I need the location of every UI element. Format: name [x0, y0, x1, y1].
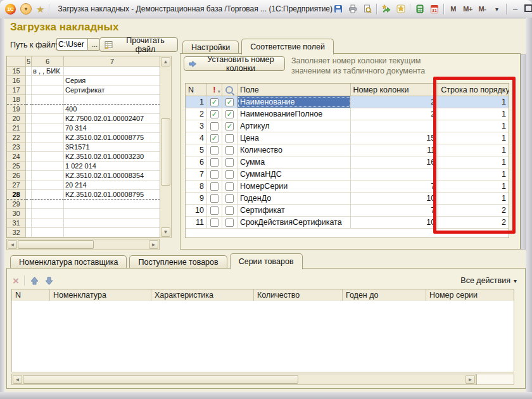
- mapping-cell-search[interactable]: [222, 217, 238, 228]
- series-header-4[interactable]: Годен до: [343, 289, 426, 301]
- delete-row-icon[interactable]: ×: [13, 276, 19, 286]
- sheet-row-header[interactable]: 25: [7, 162, 26, 171]
- sheet-cell[interactable]: 20 214: [64, 180, 160, 190]
- mapping-cell-search[interactable]: ✓: [222, 96, 238, 108]
- sheet-cell[interactable]: [64, 200, 160, 209]
- scrollbar-thumb[interactable]: [18, 240, 94, 249]
- series-header-2[interactable]: Характеристика: [151, 289, 254, 301]
- sheet-row[interactable]: 16Серия: [7, 76, 160, 86]
- series-horizontal-scrollbar[interactable]: ◄ ►: [11, 374, 476, 385]
- set-column-number-button[interactable]: Установить номер колонки: [184, 56, 285, 71]
- scroll-left-icon[interactable]: ◄: [13, 375, 22, 384]
- tab-field-mapping[interactable]: Соответствие полей: [241, 39, 334, 54]
- checkbox-unchecked[interactable]: [210, 218, 218, 227]
- scroll-right-icon[interactable]: ►: [149, 240, 158, 249]
- scroll-left-icon[interactable]: ◄: [8, 240, 17, 249]
- mapping-header-required[interactable]: !▼: [207, 84, 222, 96]
- sheet-row-header[interactable]: 27: [7, 180, 26, 190]
- mapping-cell-column-number[interactable]: 7: [351, 180, 439, 192]
- read-file-button[interactable]: Прочитать файл: [99, 37, 178, 52]
- sheet-row[interactable]: 15в , , БИК: [7, 66, 160, 76]
- sheet-cell[interactable]: [32, 133, 64, 142]
- checkbox-unchecked[interactable]: [225, 206, 234, 215]
- sheet-cell[interactable]: [26, 200, 32, 209]
- mapping-cell-field[interactable]: Сумма: [238, 156, 351, 168]
- sheet-cell[interactable]: 400: [64, 104, 160, 114]
- mapping-cell-search[interactable]: [222, 144, 238, 156]
- move-down-icon[interactable]: [44, 276, 54, 286]
- browse-button[interactable]: ...: [87, 38, 100, 51]
- tab-goods-series[interactable]: Серии товаров: [230, 253, 303, 269]
- mapping-cell-required[interactable]: [207, 120, 222, 132]
- scroll-down-icon[interactable]: ▼: [161, 227, 170, 237]
- mapping-cell-required[interactable]: [207, 205, 222, 216]
- checkbox-unchecked[interactable]: [225, 218, 234, 227]
- add-favorite-icon[interactable]: [395, 4, 406, 15]
- sheet-row-header[interactable]: 15: [7, 66, 26, 76]
- checkbox-unchecked[interactable]: [210, 146, 218, 155]
- series-header-3[interactable]: Количество: [254, 289, 343, 301]
- sheet-row[interactable]: 24KZ.3510.02.01.00003230: [7, 152, 160, 162]
- checkbox-checked[interactable]: ✓: [225, 98, 234, 106]
- sheet-row-header[interactable]: 32: [7, 228, 26, 238]
- sheet-column-header[interactable]: 7: [64, 56, 160, 66]
- sheet-row[interactable]: 30: [7, 209, 160, 218]
- sheet-column-header[interactable]: 5: [26, 56, 32, 66]
- sheet-cell[interactable]: [32, 104, 64, 114]
- sheet-cell[interactable]: [32, 228, 64, 238]
- mapping-cell-search[interactable]: [222, 156, 238, 168]
- sheet-row[interactable]: 28KZ.3510.02.01.00008795: [7, 190, 160, 200]
- mapping-cell-field[interactable]: Артикул: [238, 120, 351, 132]
- mapping-cell-column-number[interactable]: 11: [351, 144, 439, 156]
- mapping-cell-field[interactable]: Количество: [238, 144, 351, 156]
- print-icon[interactable]: [347, 4, 358, 15]
- sheet-row[interactable]: 19400: [7, 104, 160, 114]
- sheet-row[interactable]: 2720 214: [7, 180, 160, 190]
- mapping-cell-search[interactable]: [222, 180, 238, 192]
- sheet-cell[interactable]: [64, 228, 160, 238]
- mapping-header-search[interactable]: [222, 84, 238, 96]
- checkbox-unchecked[interactable]: [225, 182, 234, 191]
- sheet-cell[interactable]: [64, 218, 160, 228]
- sheet-cell[interactable]: [26, 142, 32, 152]
- checkbox-unchecked[interactable]: [210, 122, 218, 130]
- sheet-cell[interactable]: [32, 209, 64, 218]
- mapping-cell-field[interactable]: СуммаНДС: [238, 168, 351, 180]
- checkbox-unchecked[interactable]: [210, 194, 218, 203]
- sheet-cell[interactable]: 1 022 014: [64, 162, 160, 171]
- sheet-row[interactable]: 32: [7, 228, 160, 238]
- sheet-vertical-scrollbar[interactable]: ▲ ▼: [160, 56, 172, 238]
- sheet-cell[interactable]: KZ.3510.02.01.00003230: [64, 152, 160, 162]
- mapping-cell-field[interactable]: Наименование: [238, 96, 351, 108]
- memory-plus-icon[interactable]: M+: [462, 4, 473, 15]
- sheet-row-header[interactable]: 21: [7, 124, 26, 133]
- mapping-header-column[interactable]: Номер колонки: [351, 84, 439, 96]
- save-icon[interactable]: [332, 4, 343, 15]
- sheet-cell[interactable]: [26, 228, 32, 238]
- sheet-row[interactable]: 22KZ.3510.02.01.00008775: [7, 133, 160, 142]
- sheet-cell[interactable]: [26, 180, 32, 190]
- mapping-cell-column-number[interactable]: 7: [351, 205, 439, 216]
- sheet-cell[interactable]: KZ.3510.02.01.00008775: [64, 133, 160, 142]
- sheet-cell[interactable]: 70 314: [64, 124, 160, 133]
- sheet-cell[interactable]: [64, 95, 160, 104]
- move-up-icon[interactable]: [30, 276, 39, 286]
- sheet-cell[interactable]: [26, 76, 32, 86]
- sheet-cell[interactable]: [26, 95, 32, 104]
- tab-supplier-nomenclature[interactable]: Номенклатура поставщика: [10, 255, 127, 269]
- sheet-row-header[interactable]: 23: [7, 142, 26, 152]
- sheet-cell[interactable]: [32, 86, 64, 95]
- mapping-cell-required[interactable]: ✓: [207, 132, 222, 144]
- series-table-body[interactable]: [11, 301, 514, 372]
- mapping-cell-column-number[interactable]: [351, 120, 439, 132]
- sheet-row-header[interactable]: 31: [7, 218, 26, 228]
- sheet-corner-cell[interactable]: [7, 56, 26, 66]
- sheet-row-header[interactable]: 22: [7, 133, 26, 142]
- mapping-cell-field[interactable]: НаименованиеПолное: [238, 108, 351, 120]
- mapping-cell-field[interactable]: Цена: [238, 132, 351, 144]
- checkbox-unchecked[interactable]: [225, 134, 234, 142]
- mapping-cell-column-number[interactable]: 2: [351, 108, 439, 120]
- memory-icon[interactable]: M: [448, 4, 459, 15]
- sheet-row-header[interactable]: 20: [7, 114, 26, 124]
- scroll-right-icon[interactable]: ►: [466, 375, 475, 384]
